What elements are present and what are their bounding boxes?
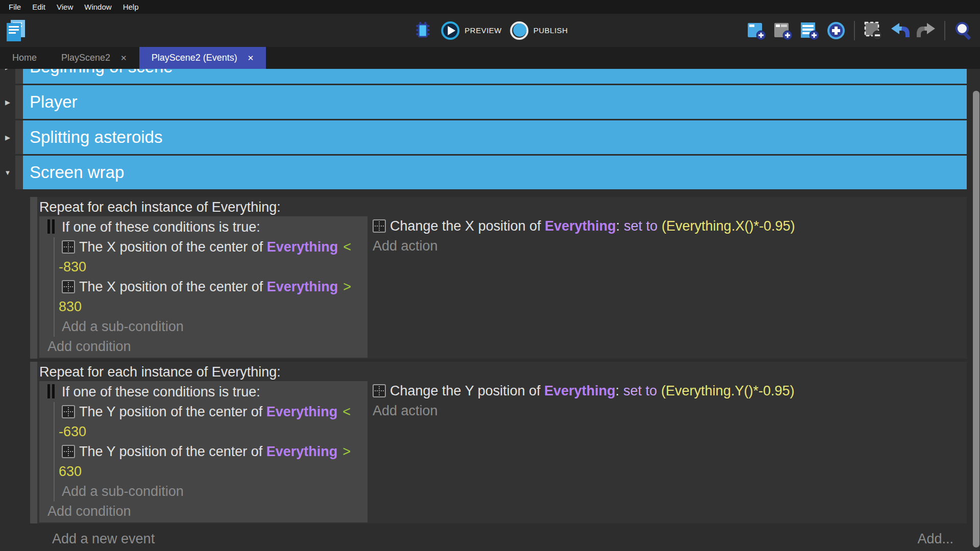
add-condition-link[interactable]: Add condition xyxy=(47,502,368,521)
collapse-arrow-icon[interactable]: ▶ xyxy=(0,120,15,154)
or-header-label: If one of these conditions is true: xyxy=(62,384,260,399)
search-button[interactable] xyxy=(953,20,974,41)
condition-value[interactable]: 630 xyxy=(55,462,368,482)
sheet-footer: Add a new event Add... xyxy=(52,531,953,547)
group-header[interactable]: Screen wrap xyxy=(23,156,967,189)
condition-text: The Y position of the center of xyxy=(79,444,266,459)
operator: < xyxy=(342,404,351,419)
delete-selection-button[interactable] xyxy=(863,20,884,41)
add-condition-link[interactable]: Add condition xyxy=(47,337,368,357)
operator: > xyxy=(342,444,351,459)
condition-row[interactable]: The X position of the center of Everythi… xyxy=(55,237,368,257)
add-new-event-link[interactable]: Add a new event xyxy=(52,531,155,547)
event-drag-handle[interactable] xyxy=(30,197,37,359)
debugger-button[interactable] xyxy=(412,20,433,41)
object-name: Everything xyxy=(267,279,338,294)
sub-conditions: The Y position of the center of Everythi… xyxy=(54,402,368,502)
add-more-link[interactable]: Add... xyxy=(917,531,953,547)
add-sub-condition-link[interactable]: Add a sub-condition xyxy=(55,482,368,502)
position-icon xyxy=(62,445,75,458)
action-row[interactable]: Change the Y position of Everything:set … xyxy=(373,381,967,401)
vertical-scrollbar-thumb[interactable] xyxy=(973,91,979,547)
menu-bar: File Edit View Window Help xyxy=(0,0,980,14)
toolbar: PREVIEW PUBLISH xyxy=(0,14,980,47)
group-label: Screen wrap xyxy=(30,163,124,182)
conditions-panel: If one of these conditions is true: The … xyxy=(39,381,368,522)
app-logo-icon xyxy=(4,18,28,43)
condition-row[interactable]: The Y position of the center of Everythi… xyxy=(55,402,368,422)
action-row[interactable]: Change the X position of Everything:set … xyxy=(373,216,967,236)
action-verb: set to xyxy=(623,383,657,398)
object-name: Everything xyxy=(267,239,338,255)
condition-value[interactable]: 830 xyxy=(55,297,368,317)
position-icon xyxy=(373,384,386,397)
tab-playscene2[interactable]: PlayScene2 ✕ xyxy=(49,47,139,69)
add-action-link[interactable]: Add action xyxy=(373,236,967,256)
group-drag-handle[interactable] xyxy=(15,85,23,119)
or-conditions-header[interactable]: If one of these conditions is true: xyxy=(47,217,368,237)
event-drag-handle[interactable] xyxy=(30,362,37,523)
position-icon xyxy=(62,240,75,254)
tab-playscene2-events[interactable]: PlayScene2 (Events) ✕ xyxy=(139,47,266,69)
play-icon xyxy=(440,20,460,41)
add-subevent-button[interactable] xyxy=(772,20,793,41)
search-icon xyxy=(953,20,974,41)
add-event-button[interactable] xyxy=(746,20,767,41)
undo-button[interactable] xyxy=(889,20,910,41)
menu-window[interactable]: Window xyxy=(79,0,117,14)
screen-wrap-children: Repeat for each instance of Everything: … xyxy=(30,197,967,547)
or-conditions-header[interactable]: If one of these conditions is true: xyxy=(47,382,368,402)
actions-panel: Change the X position of Everything:set … xyxy=(368,216,967,358)
group-drag-handle[interactable] xyxy=(15,156,23,189)
menu-file[interactable]: File xyxy=(3,0,27,14)
or-header-label: If one of these conditions is true: xyxy=(62,219,260,235)
operator: < xyxy=(343,239,351,255)
tab-home[interactable]: Home xyxy=(0,47,49,69)
repeat-for-each-header[interactable]: Repeat for each instance of Everything: xyxy=(39,363,967,381)
condition-text: The X position of the center of xyxy=(79,239,267,255)
position-icon xyxy=(62,280,75,293)
group-drag-handle[interactable] xyxy=(15,69,23,84)
group-drag-handle[interactable] xyxy=(15,120,23,154)
action-expression: (Everything.X()*-0.95) xyxy=(662,218,795,234)
group-label: Splitting asteroids xyxy=(30,128,162,147)
events-editor: ▶ Beginning of scene ▶ Player ▶ Splittin… xyxy=(0,69,980,551)
conditions-panel: If one of these conditions is true: The … xyxy=(39,216,368,358)
add-more-button[interactable] xyxy=(825,20,846,41)
menu-help[interactable]: Help xyxy=(117,0,144,14)
repeat-for-each-header[interactable]: Repeat for each instance of Everything: xyxy=(39,198,967,216)
close-tab-icon[interactable]: ✕ xyxy=(120,54,127,63)
group-header[interactable]: Splitting asteroids xyxy=(23,120,967,154)
group-screen-wrap: ▼ Screen wrap xyxy=(0,156,980,189)
condition-row[interactable]: The X position of the center of Everythi… xyxy=(55,277,368,297)
publish-button[interactable]: PUBLISH xyxy=(509,20,568,41)
group-header[interactable]: Player xyxy=(23,85,967,119)
collapse-arrow-icon[interactable]: ▶ xyxy=(0,85,15,119)
object-name: Everything xyxy=(545,218,616,234)
group-beginning-of-scene: ▶ Beginning of scene xyxy=(0,69,980,84)
menu-view[interactable]: View xyxy=(51,0,79,14)
add-action-link[interactable]: Add action xyxy=(373,401,967,421)
action-text: Change the X position of xyxy=(390,218,545,234)
position-icon xyxy=(62,405,75,418)
bug-icon xyxy=(412,20,433,41)
event-body: Repeat for each instance of Everything: … xyxy=(37,362,967,523)
condition-text: The Y position of the center of xyxy=(79,404,266,419)
group-header[interactable]: Beginning of scene xyxy=(23,69,967,84)
group-label: Player xyxy=(30,92,78,112)
action-verb: set to xyxy=(624,218,657,234)
preview-button[interactable]: PREVIEW xyxy=(440,20,502,41)
add-comment-button[interactable] xyxy=(799,20,820,41)
expand-arrow-icon[interactable]: ▼ xyxy=(0,156,15,189)
menu-edit[interactable]: Edit xyxy=(27,0,51,14)
collapse-arrow-icon[interactable]: ▶ xyxy=(0,69,15,84)
condition-value[interactable]: -630 xyxy=(55,422,368,442)
event-sheet: ▶ Beginning of scene ▶ Player ▶ Splittin… xyxy=(0,69,980,547)
redo-button[interactable] xyxy=(916,20,937,41)
event-body: Repeat for each instance of Everything: … xyxy=(37,197,967,359)
condition-row[interactable]: The Y position of the center of Everythi… xyxy=(55,442,368,462)
close-tab-icon[interactable]: ✕ xyxy=(248,54,254,63)
add-sub-condition-link[interactable]: Add a sub-condition xyxy=(55,317,368,337)
tab-bar: Home PlayScene2 ✕ PlayScene2 (Events) ✕ xyxy=(0,47,980,69)
condition-value[interactable]: -830 xyxy=(55,257,368,277)
